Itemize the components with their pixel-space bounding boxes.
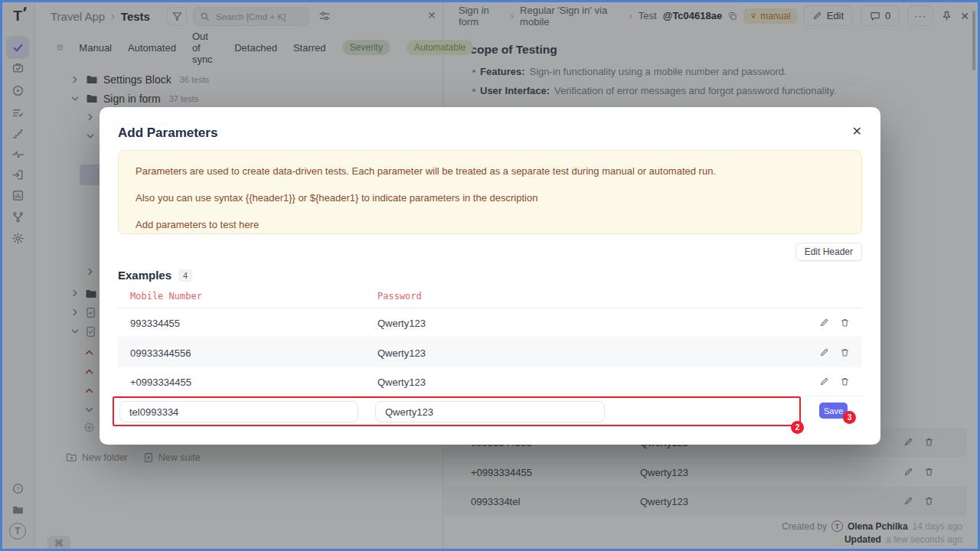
- param-password: Qwerty123: [377, 318, 426, 329]
- edit-row-icon[interactable]: [819, 347, 829, 357]
- add-parameters-modal: Add Parameters ✕ Parameters are used to …: [100, 107, 880, 445]
- modal-close-icon[interactable]: ✕: [852, 124, 862, 139]
- annotation-step-3: 3: [843, 411, 856, 424]
- column-header-password: Password: [377, 291, 422, 302]
- delete-row-icon[interactable]: [840, 347, 850, 357]
- param-mobile: 09933344556: [130, 347, 191, 359]
- param-mobile: +0993334455: [130, 377, 191, 388]
- param-mobile: 993334455: [130, 318, 180, 329]
- edit-row-icon[interactable]: [819, 377, 829, 386]
- examples-title: Examples: [118, 269, 172, 282]
- annotation-step-2: 2: [791, 421, 804, 434]
- info-line: Also you can use syntax {{header1}} or $…: [136, 192, 844, 204]
- examples-heading: Examples 4: [118, 269, 192, 282]
- info-line: Add parameters to test here: [136, 219, 844, 230]
- parameters-info-box: Parameters are used to create data-drive…: [118, 150, 862, 234]
- parameter-row: +0993334455 Qwerty123: [118, 367, 862, 396]
- param-password: Qwerty123: [377, 377, 426, 388]
- parameter-row: 993334455 Qwerty123: [118, 308, 862, 337]
- examples-count-badge: 4: [178, 269, 192, 282]
- info-line: Parameters are used to create data-drive…: [136, 165, 844, 177]
- edit-header-button[interactable]: Edit Header: [795, 243, 862, 261]
- delete-row-icon[interactable]: [840, 318, 850, 328]
- app-window: T ?: [0, 0, 980, 551]
- column-header-mobile: Mobile Number: [130, 291, 202, 302]
- delete-row-icon[interactable]: [840, 377, 850, 386]
- new-mobile-input[interactable]: [119, 401, 358, 422]
- new-password-input[interactable]: [375, 401, 605, 422]
- edit-row-icon[interactable]: [819, 318, 829, 328]
- parameter-row: 09933344556 Qwerty123: [118, 338, 862, 367]
- param-password: Qwerty123: [377, 347, 426, 359]
- modal-title: Add Parameters: [118, 126, 217, 141]
